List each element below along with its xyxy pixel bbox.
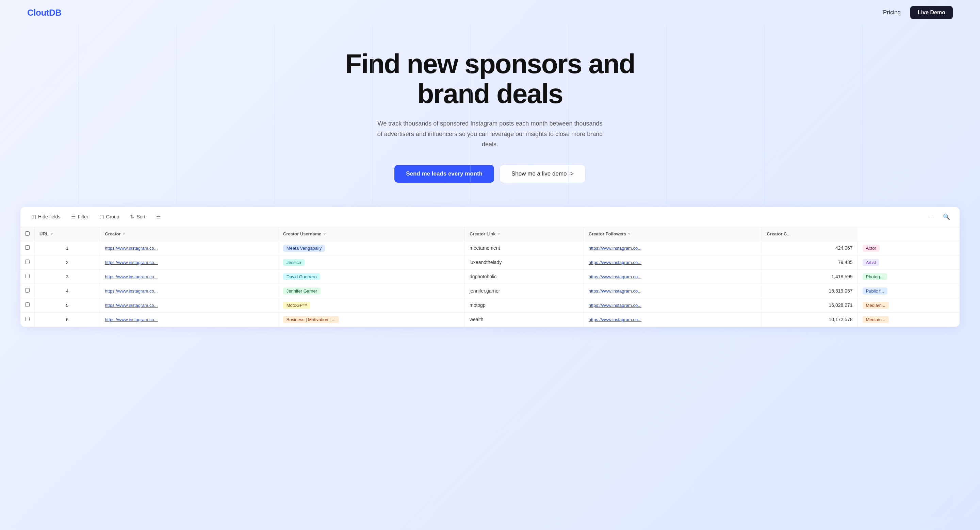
row-check-0[interactable] [25,245,30,250]
row-num-4: 5 [35,298,100,312]
group-icon: ▢ [99,214,104,220]
cell-followers-1: 79,435 [762,255,858,270]
creator-link-sort-icon[interactable]: ▿ [498,232,500,236]
cell-username-0: meetamoment [465,241,584,255]
cell-category-0: Actor [858,241,959,255]
cell-username-4: motogp [465,298,584,312]
row-checkbox-3[interactable] [21,284,35,298]
cell-link-1[interactable]: https://www.instagram.co... [584,255,762,270]
cell-creator-4: MotoGP™ [278,298,465,312]
th-creator-followers: Creator Followers ▿ [584,227,762,241]
cell-url-5[interactable]: https://www.instagram.co... [100,312,278,327]
row-height-button[interactable]: ☰ [151,211,165,222]
cell-link-4[interactable]: https://www.instagram.co... [584,298,762,312]
hide-fields-icon: ◫ [31,214,36,220]
hide-fields-label: Hide fields [38,214,60,219]
cell-creator-5: Business | Motivation | ... [278,312,465,327]
row-num-1: 2 [35,255,100,270]
cell-url-1[interactable]: https://www.instagram.co... [100,255,278,270]
filter-icon: ☰ [71,214,76,220]
url-sort-icon[interactable]: ▿ [51,232,53,236]
row-check-5[interactable] [25,317,30,321]
cell-username-2: dgphotoholic [465,270,584,284]
more-options-button[interactable]: ⋯ [925,211,938,223]
checkbox-col-header[interactable] [21,227,35,241]
hero-buttons: Send me leads every month Show me a live… [14,165,966,183]
send-leads-button[interactable]: Send me leads every month [395,165,494,182]
filter-button[interactable]: ☰ Filter [66,211,93,222]
row-checkbox-4[interactable] [21,298,35,312]
cell-creator-2: David Guerrero [278,270,465,284]
table-header-row: URL ▿ Creator ▿ Creator [21,227,959,241]
row-num-0: 1 [35,241,100,255]
cell-followers-3: 16,319,057 [762,284,858,298]
table-row: 4 https://www.instagram.co... Jennifer G… [21,284,959,298]
table-container: ◫ Hide fields ☰ Filter ▢ Group ⇅ Sort ☰ … [21,207,959,327]
sort-button[interactable]: ⇅ Sort [125,211,150,222]
select-all-checkbox[interactable] [25,231,30,236]
th-creator-link: Creator Link ▿ [465,227,584,241]
th-creator-username: Creator Username ▿ [278,227,465,241]
row-checkbox-1[interactable] [21,255,35,270]
hero-section: Find new sponsors and brand deals We tra… [0,25,980,203]
group-button[interactable]: ▢ Group [95,211,124,222]
row-check-3[interactable] [25,288,30,292]
row-check-1[interactable] [25,260,30,264]
cell-username-5: wealth [465,312,584,327]
cell-url-0[interactable]: https://www.instagram.co... [100,241,278,255]
th-creator-category: Creator C... [762,227,858,241]
row-check-2[interactable] [25,274,30,278]
row-num-3: 4 [35,284,100,298]
sort-label: Sort [137,214,145,219]
cell-category-4: Media/n... [858,298,959,312]
search-button[interactable]: 🔍 [940,211,953,223]
sort-icon: ⇅ [130,214,134,220]
logo[interactable]: CloutDB [27,8,61,18]
table-section: ◫ Hide fields ☰ Filter ▢ Group ⇅ Sort ☰ … [0,203,980,341]
row-check-4[interactable] [25,302,30,307]
cell-url-2[interactable]: https://www.instagram.co... [100,270,278,284]
table-row: 6 https://www.instagram.co... Business |… [21,312,959,327]
cell-username-3: jennifer.garner [465,284,584,298]
hero-subtitle: We track thousands of sponsored Instagra… [374,118,606,150]
cell-link-5[interactable]: https://www.instagram.co... [584,312,762,327]
table-row: 5 https://www.instagram.co... MotoGP™ mo… [21,298,959,312]
cell-creator-1: Jessica [278,255,465,270]
cell-username-1: luxeandthelady [465,255,584,270]
nav-right: Pricing Live Demo [883,6,953,19]
creator-followers-sort-icon[interactable]: ▿ [628,232,630,236]
toolbar: ◫ Hide fields ☰ Filter ▢ Group ⇅ Sort ☰ … [21,207,959,227]
cell-followers-0: 424,067 [762,241,858,255]
cell-url-3[interactable]: https://www.instagram.co... [100,284,278,298]
live-demo-hero-button[interactable]: Show me a live demo -> [500,165,585,183]
group-label: Group [106,214,119,219]
creator-username-sort-icon[interactable]: ▿ [324,232,326,236]
pricing-link[interactable]: Pricing [883,9,901,16]
table-row: 2 https://www.instagram.co... Jessica lu… [21,255,959,270]
row-checkbox-5[interactable] [21,312,35,327]
cell-creator-3: Jennifer Garner [278,284,465,298]
th-creator: Creator ▿ [100,227,278,241]
row-checkbox-2[interactable] [21,270,35,284]
data-table: URL ▿ Creator ▿ Creator [21,227,959,327]
row-num-5: 6 [35,312,100,327]
cell-link-0[interactable]: https://www.instagram.co... [584,241,762,255]
row-num-2: 3 [35,270,100,284]
cell-category-5: Media/n... [858,312,959,327]
row-height-icon: ☰ [156,214,161,220]
filter-label: Filter [78,214,88,219]
cell-link-2[interactable]: https://www.instagram.co... [584,270,762,284]
navbar: CloutDB Pricing Live Demo [0,0,980,25]
hide-fields-button[interactable]: ◫ Hide fields [27,211,65,222]
hero-title-line1: Find new sponsors and [345,49,635,79]
cell-link-3[interactable]: https://www.instagram.co... [584,284,762,298]
live-demo-button[interactable]: Live Demo [910,6,953,19]
th-url: URL ▿ [35,227,100,241]
hero-title-line2: brand deals [417,79,563,109]
table-row: 3 https://www.instagram.co... David Guer… [21,270,959,284]
cell-followers-4: 16,028,271 [762,298,858,312]
creator-sort-icon[interactable]: ▿ [123,232,125,236]
row-checkbox-0[interactable] [21,241,35,255]
hero-title: Find new sponsors and brand deals [337,49,643,109]
cell-url-4[interactable]: https://www.instagram.co... [100,298,278,312]
